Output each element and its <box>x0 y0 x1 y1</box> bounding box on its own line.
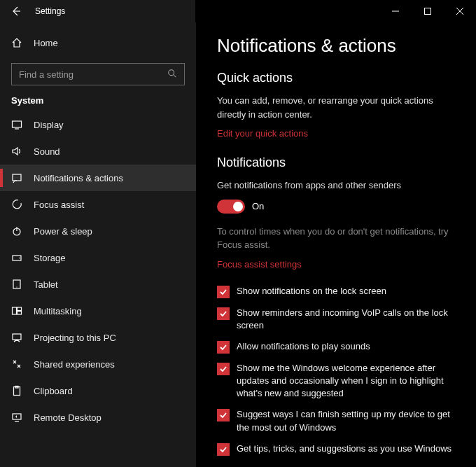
sidebar-item-label: Multitasking <box>34 306 82 316</box>
back-button[interactable] <box>0 0 32 22</box>
minimize-button[interactable] <box>379 0 412 22</box>
sidebar-item-label: Tablet <box>34 279 58 290</box>
notifications-heading: Notifications <box>217 155 455 170</box>
main-content: Notifications & actions Quick actions Yo… <box>196 22 476 467</box>
checkbox[interactable] <box>217 409 230 421</box>
svg-rect-11 <box>18 312 22 315</box>
svg-rect-9 <box>13 307 17 314</box>
check-item-tips-tricks: Get tips, tricks, and suggestions as you… <box>217 442 455 456</box>
checkmark-icon <box>219 309 227 318</box>
search-icon <box>167 69 177 81</box>
svg-point-6 <box>19 258 20 259</box>
checkmark-icon <box>219 411 227 419</box>
svg-rect-12 <box>13 334 21 340</box>
checkmark-icon <box>219 343 227 351</box>
sidebar-item-tablet[interactable]: Tablet <box>0 271 196 298</box>
notifications-toggle[interactable] <box>217 200 245 214</box>
notifications-toggle-label: Get notifications from apps and other se… <box>217 179 455 193</box>
checkmark-icon <box>219 365 227 373</box>
maximize-button[interactable] <box>412 0 444 22</box>
sidebar-item-label: Projecting to this PC <box>34 333 116 343</box>
sidebar-item-notifications[interactable]: Notifications & actions <box>0 165 196 191</box>
check-item-device-setup: Suggest ways I can finish setting up my … <box>217 408 455 433</box>
sidebar: Home System Display Sound Notifications … <box>0 22 196 467</box>
power-icon <box>11 225 22 237</box>
svg-rect-2 <box>13 121 22 127</box>
check-item-label: Get tips, tricks, and suggestions as you… <box>237 442 451 455</box>
check-item-label: Allow notifications to play sounds <box>237 340 370 353</box>
check-item-label: Suggest ways I can finish setting up my … <box>237 408 455 433</box>
notifications-icon <box>11 172 22 183</box>
remote-desktop-icon <box>11 412 22 423</box>
home-label: Home <box>34 38 58 48</box>
sidebar-item-storage[interactable]: Storage <box>0 244 196 271</box>
check-item-label: Show notifications on the lock screen <box>237 285 386 298</box>
sidebar-item-label: Display <box>34 120 64 130</box>
shared-experiences-icon <box>11 358 22 370</box>
checkbox[interactable] <box>217 443 230 456</box>
edit-quick-actions-link[interactable]: Edit your quick actions <box>217 128 308 139</box>
arrow-left-icon <box>10 6 22 17</box>
sidebar-item-display[interactable]: Display <box>0 111 196 138</box>
sidebar-item-label: Remote Desktop <box>34 412 102 423</box>
checkmark-icon <box>219 445 227 454</box>
sidebar-item-label: Focus assist <box>34 200 84 210</box>
focus-assist-icon <box>11 199 22 210</box>
sidebar-item-label: Storage <box>34 253 66 263</box>
sidebar-item-label: Notifications & actions <box>34 173 123 183</box>
check-item-label: Show me the Windows welcome experience a… <box>237 362 455 400</box>
titlebar: Settings <box>0 0 476 22</box>
sidebar-item-power-sleep[interactable]: Power & sleep <box>0 218 196 244</box>
sidebar-item-label: Sound <box>34 146 60 157</box>
checkbox[interactable] <box>217 363 230 375</box>
projecting-icon <box>11 332 22 343</box>
page-title: Notifications & actions <box>217 35 455 57</box>
sidebar-item-shared-experiences[interactable]: Shared experiences <box>0 351 196 377</box>
sidebar-category-label: System <box>0 95 196 111</box>
focus-assist-link[interactable]: Focus assist settings <box>217 259 302 270</box>
tablet-icon <box>11 279 22 290</box>
svg-point-8 <box>16 286 17 287</box>
quick-actions-description: You can add, remove, or rearrange your q… <box>217 94 455 121</box>
checkmark-icon <box>219 288 227 296</box>
focus-assist-hint: To control times when you do or don't ge… <box>217 225 455 252</box>
close-icon <box>456 8 463 15</box>
sidebar-item-label: Power & sleep <box>34 226 92 237</box>
svg-rect-0 <box>425 8 431 15</box>
sidebar-item-home[interactable]: Home <box>0 29 196 56</box>
svg-point-1 <box>169 69 174 75</box>
check-item-lockscreen-notifications: Show notifications on the lock screen <box>217 285 455 298</box>
notifications-toggle-state: On <box>252 201 264 211</box>
home-icon <box>11 37 22 48</box>
svg-rect-3 <box>13 174 21 181</box>
checkbox[interactable] <box>217 341 230 354</box>
sound-icon <box>11 146 22 157</box>
sidebar-item-clipboard[interactable]: Clipboard <box>0 377 196 404</box>
close-button[interactable] <box>444 0 476 22</box>
sidebar-item-label: Shared experiences <box>34 359 115 370</box>
minimize-icon <box>392 8 399 15</box>
sidebar-item-sound[interactable]: Sound <box>0 138 196 165</box>
check-item-play-sounds: Allow notifications to play sounds <box>217 340 455 354</box>
storage-icon <box>11 252 22 263</box>
display-icon <box>11 119 22 130</box>
window-title: Settings <box>32 6 65 16</box>
sidebar-item-projecting[interactable]: Projecting to this PC <box>0 324 196 351</box>
sidebar-nav-list: Display Sound Notifications & actions Fo… <box>0 111 196 431</box>
quick-actions-heading: Quick actions <box>217 71 455 85</box>
search-input[interactable] <box>19 69 162 80</box>
search-box[interactable] <box>11 63 185 85</box>
check-item-label: Show reminders and incoming VoIP calls o… <box>237 307 455 332</box>
sidebar-item-remote-desktop[interactable]: Remote Desktop <box>0 404 196 431</box>
checkbox[interactable] <box>217 307 230 320</box>
maximize-icon <box>424 8 431 15</box>
check-item-reminders-voip: Show reminders and incoming VoIP calls o… <box>217 307 455 332</box>
sidebar-item-multitasking[interactable]: Multitasking <box>0 298 196 324</box>
check-item-windows-welcome: Show me the Windows welcome experience a… <box>217 362 455 400</box>
svg-rect-10 <box>18 307 22 311</box>
sidebar-item-focus-assist[interactable]: Focus assist <box>0 191 196 218</box>
sidebar-item-label: Clipboard <box>34 386 73 396</box>
multitasking-icon <box>11 305 22 316</box>
checkbox[interactable] <box>217 286 230 298</box>
notifications-checklist: Show notifications on the lock screen Sh… <box>217 285 455 456</box>
